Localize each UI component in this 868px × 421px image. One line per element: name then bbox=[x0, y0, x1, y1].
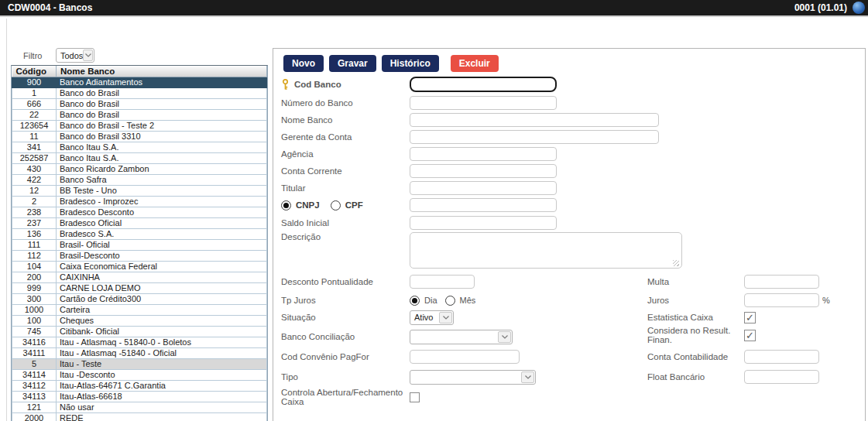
bank-code-cell[interactable]: 136 bbox=[12, 228, 57, 239]
bank-code-cell[interactable]: 12 bbox=[12, 185, 57, 196]
table-row[interactable]: 34113Itau-Atlas-66618 bbox=[12, 391, 267, 402]
table-row[interactable]: 1000Carteira bbox=[12, 304, 267, 315]
cnpj-radio-option[interactable]: CNPJ bbox=[281, 200, 320, 210]
bank-code-cell[interactable]: 252587 bbox=[12, 152, 57, 163]
bank-code-cell[interactable]: 5 bbox=[12, 358, 57, 369]
bank-code-cell[interactable]: 34113 bbox=[12, 391, 57, 402]
bank-code-cell[interactable]: 104 bbox=[12, 261, 57, 272]
table-row[interactable]: 123654Banco do Brasil - Teste 2 bbox=[12, 120, 267, 131]
historico-button[interactable]: Histórico bbox=[382, 55, 439, 72]
multa-input[interactable] bbox=[744, 275, 819, 289]
excluir-button[interactable]: Excluir bbox=[451, 55, 499, 72]
bank-name-cell[interactable]: Itau - Atlasmaq -51840 - Oficial bbox=[57, 347, 267, 358]
mes-radio[interactable] bbox=[445, 296, 455, 306]
table-row[interactable]: 252587Banco Itau S.A. bbox=[12, 152, 267, 163]
table-row[interactable]: 111Brasil- Oficial bbox=[12, 239, 267, 250]
table-row[interactable]: 11Banco do Brasil 3310 bbox=[12, 131, 267, 142]
bank-code-cell[interactable]: 745 bbox=[12, 326, 57, 337]
tp-juros-dia-option[interactable]: Dia bbox=[410, 296, 437, 306]
table-row[interactable]: 136Bradesco S.A. bbox=[12, 228, 267, 239]
bank-name-cell[interactable]: Banco do Brasil - Teste 2 bbox=[57, 120, 267, 131]
saldo-inicial-input[interactable] bbox=[410, 216, 557, 230]
bank-name-cell[interactable]: Banco Safra bbox=[57, 174, 267, 185]
table-row[interactable]: 12BB Teste - Uno bbox=[12, 185, 267, 196]
bank-code-cell[interactable]: 900 bbox=[12, 77, 57, 87]
bank-code-cell[interactable]: 300 bbox=[12, 293, 57, 304]
bank-name-cell[interactable]: Itau-Atlas-66618 bbox=[57, 391, 267, 402]
nome-banco-input[interactable] bbox=[410, 113, 659, 127]
doc-number-input[interactable] bbox=[410, 198, 557, 212]
bank-name-cell[interactable]: Banco do Brasil bbox=[57, 98, 267, 109]
bank-code-cell[interactable]: 430 bbox=[12, 163, 57, 174]
bank-name-cell[interactable]: Itau -Desconto bbox=[57, 369, 267, 380]
table-row[interactable]: 34112Itau-Atlas-64671 C.Garantia bbox=[12, 380, 267, 391]
table-row[interactable]: 2Bradesco - Improzec bbox=[12, 196, 267, 207]
gravar-button[interactable]: Gravar bbox=[329, 55, 376, 72]
bank-name-cell[interactable]: Banco Adiantamentos bbox=[57, 77, 267, 87]
juros-input[interactable] bbox=[744, 293, 819, 307]
bank-code-cell[interactable]: 238 bbox=[12, 207, 57, 217]
bank-name-cell[interactable]: Brasil- Oficial bbox=[57, 239, 267, 250]
bank-name-cell[interactable]: Banco do Brasil 3310 bbox=[57, 131, 267, 142]
float-bancario-input[interactable] bbox=[744, 370, 819, 384]
table-row[interactable]: 34111Itau - Atlasmaq -51840 - Oficial bbox=[12, 347, 267, 358]
table-row[interactable]: 104Caixa Economica Federal bbox=[12, 261, 267, 272]
table-row[interactable]: 2000REDE bbox=[12, 412, 267, 421]
tipo-select[interactable] bbox=[410, 370, 536, 385]
cod-convenio-pagfor-input[interactable] bbox=[410, 350, 520, 364]
table-row[interactable]: 422Banco Safra bbox=[12, 174, 267, 185]
bank-code-cell[interactable]: 123654 bbox=[12, 120, 57, 131]
bank-code-cell[interactable]: 34111 bbox=[12, 347, 57, 358]
tp-juros-mes-option[interactable]: Mês bbox=[445, 296, 476, 306]
bank-name-cell[interactable]: Banco Ricardo Zambon bbox=[57, 163, 267, 174]
bank-name-cell[interactable]: Banco do Brasil bbox=[57, 109, 267, 120]
table-row[interactable]: 121Não usar bbox=[12, 402, 267, 412]
table-row[interactable]: 34114Itau -Desconto bbox=[12, 369, 267, 380]
bank-name-cell[interactable]: Bradesco Desconto bbox=[57, 207, 267, 217]
bank-name-cell[interactable]: BB Teste - Uno bbox=[57, 185, 267, 196]
table-row[interactable]: 100Cheques bbox=[12, 315, 267, 326]
bank-name-cell[interactable]: Banco Itau S.A. bbox=[57, 142, 267, 152]
bank-code-cell[interactable]: 1 bbox=[12, 87, 57, 98]
table-row[interactable]: 430Banco Ricardo Zambon bbox=[12, 163, 267, 174]
bank-code-cell[interactable]: 999 bbox=[12, 282, 57, 293]
table-row[interactable]: 238Bradesco Desconto bbox=[12, 207, 267, 217]
controla-caixa-checkbox[interactable] bbox=[410, 392, 420, 402]
bank-code-cell[interactable]: 2 bbox=[12, 196, 57, 207]
bank-name-cell[interactable]: CARNE LOJA DEMO bbox=[57, 282, 267, 293]
bank-code-cell[interactable]: 34116 bbox=[12, 337, 57, 347]
considera-result-checkbox[interactable] bbox=[744, 330, 756, 341]
bank-code-cell[interactable]: 666 bbox=[12, 98, 57, 109]
cnpj-radio[interactable] bbox=[281, 200, 291, 210]
table-row[interactable]: 22Banco do Brasil bbox=[12, 109, 267, 120]
bank-name-cell[interactable]: CAIXINHA bbox=[57, 272, 267, 282]
table-row[interactable]: 237Bradesco Oficial bbox=[12, 217, 267, 228]
bank-code-cell[interactable]: 422 bbox=[12, 174, 57, 185]
table-row[interactable]: 999CARNE LOJA DEMO bbox=[12, 282, 267, 293]
bank-name-cell[interactable]: Cheques bbox=[57, 315, 267, 326]
bank-name-cell[interactable]: REDE bbox=[57, 412, 267, 421]
table-row[interactable]: 341Banco Itau S.A. bbox=[12, 142, 267, 152]
filter-select[interactable]: Todos bbox=[56, 48, 94, 63]
conta-contabilidade-input[interactable] bbox=[744, 350, 819, 364]
bank-name-cell[interactable]: Não usar bbox=[57, 402, 267, 412]
bank-code-cell[interactable]: 341 bbox=[12, 142, 57, 152]
table-row[interactable]: 300Cartão de Crédito300 bbox=[12, 293, 267, 304]
bank-name-cell[interactable]: Itau - Atlasmaq - 51840-0 - Boletos bbox=[57, 337, 267, 347]
bank-name-cell[interactable]: Bradesco Oficial bbox=[57, 217, 267, 228]
conta-corrente-input[interactable] bbox=[410, 164, 557, 178]
bank-code-cell[interactable]: 2000 bbox=[12, 412, 57, 421]
novo-button[interactable]: Novo bbox=[283, 55, 324, 72]
table-row[interactable]: 5Itau - Teste bbox=[12, 358, 267, 369]
cpf-radio[interactable] bbox=[331, 200, 341, 210]
banco-conciliacao-select[interactable] bbox=[410, 330, 513, 344]
bank-name-cell[interactable]: Itau - Teste bbox=[57, 358, 267, 369]
help-icon[interactable] bbox=[853, 2, 865, 14]
cpf-radio-option[interactable]: CPF bbox=[331, 200, 363, 210]
bank-code-cell[interactable]: 22 bbox=[12, 109, 57, 120]
bank-code-cell[interactable]: 34112 bbox=[12, 380, 57, 391]
estatistica-caixa-checkbox[interactable] bbox=[744, 312, 756, 323]
dia-radio[interactable] bbox=[410, 296, 420, 306]
numero-banco-input[interactable] bbox=[410, 96, 557, 110]
bank-code-cell[interactable]: 111 bbox=[12, 239, 57, 250]
